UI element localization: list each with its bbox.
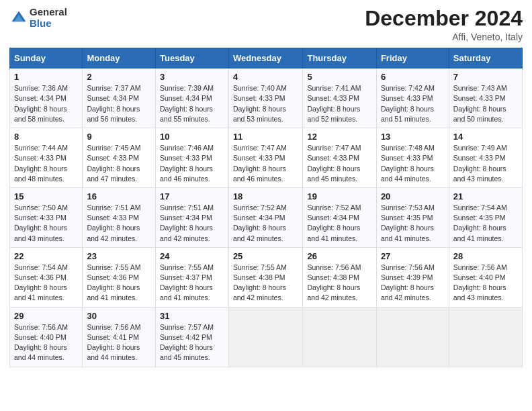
day-info: Sunrise: 7:51 AMSunset: 4:34 PMDaylight:… bbox=[160, 203, 224, 244]
day-info: Sunrise: 7:39 AMSunset: 4:34 PMDaylight:… bbox=[160, 83, 224, 124]
calendar-cell: 25Sunrise: 7:55 AMSunset: 4:38 PMDayligh… bbox=[228, 247, 303, 307]
day-info: Sunrise: 7:52 AMSunset: 4:34 PMDaylight:… bbox=[233, 203, 299, 244]
calendar-cell: 27Sunrise: 7:56 AMSunset: 4:39 PMDayligh… bbox=[376, 247, 449, 307]
logo-blue: Blue bbox=[30, 18, 67, 30]
day-info: Sunrise: 7:50 AMSunset: 4:33 PMDaylight:… bbox=[14, 203, 78, 244]
calendar-cell: 28Sunrise: 7:56 AMSunset: 4:40 PMDayligh… bbox=[449, 247, 522, 307]
calendar-cell: 29Sunrise: 7:56 AMSunset: 4:40 PMDayligh… bbox=[10, 307, 83, 367]
day-number: 4 bbox=[233, 72, 299, 82]
calendar-cell: 14Sunrise: 7:49 AMSunset: 4:33 PMDayligh… bbox=[449, 128, 522, 188]
day-info: Sunrise: 7:56 AMSunset: 4:39 PMDaylight:… bbox=[381, 263, 445, 304]
day-info: Sunrise: 7:41 AMSunset: 4:33 PMDaylight:… bbox=[307, 83, 371, 124]
day-number: 13 bbox=[381, 132, 445, 142]
day-number: 19 bbox=[307, 191, 371, 201]
day-info: Sunrise: 7:52 AMSunset: 4:34 PMDaylight:… bbox=[307, 203, 371, 244]
weekday-header: Sunday bbox=[10, 48, 83, 68]
day-info: Sunrise: 7:51 AMSunset: 4:33 PMDaylight:… bbox=[87, 203, 151, 244]
calendar-cell: 30Sunrise: 7:56 AMSunset: 4:41 PMDayligh… bbox=[83, 307, 156, 367]
calendar-cell: 6Sunrise: 7:42 AMSunset: 4:33 PMDaylight… bbox=[376, 68, 449, 128]
day-info: Sunrise: 7:57 AMSunset: 4:42 PMDaylight:… bbox=[160, 322, 224, 363]
logo-text: General Blue bbox=[30, 7, 67, 29]
day-info: Sunrise: 7:56 AMSunset: 4:38 PMDaylight:… bbox=[307, 263, 371, 304]
calendar-cell: 17Sunrise: 7:51 AMSunset: 4:34 PMDayligh… bbox=[156, 187, 229, 247]
day-number: 16 bbox=[87, 191, 151, 201]
day-number: 21 bbox=[453, 191, 518, 201]
day-number: 8 bbox=[14, 132, 78, 142]
day-number: 26 bbox=[307, 251, 371, 261]
day-info: Sunrise: 7:44 AMSunset: 4:33 PMDaylight:… bbox=[14, 143, 78, 184]
day-number: 2 bbox=[87, 72, 151, 82]
day-info: Sunrise: 7:56 AMSunset: 4:40 PMDaylight:… bbox=[14, 322, 78, 363]
day-info: Sunrise: 7:47 AMSunset: 4:33 PMDaylight:… bbox=[233, 143, 299, 184]
calendar-cell: 4Sunrise: 7:40 AMSunset: 4:33 PMDaylight… bbox=[228, 68, 303, 128]
calendar-cell: 2Sunrise: 7:37 AMSunset: 4:34 PMDaylight… bbox=[83, 68, 156, 128]
calendar-cell: 10Sunrise: 7:46 AMSunset: 4:33 PMDayligh… bbox=[156, 128, 229, 188]
day-info: Sunrise: 7:45 AMSunset: 4:33 PMDaylight:… bbox=[87, 143, 151, 184]
calendar-cell: 1Sunrise: 7:36 AMSunset: 4:34 PMDaylight… bbox=[10, 68, 83, 128]
day-number: 6 bbox=[381, 72, 445, 82]
day-number: 25 bbox=[233, 251, 299, 261]
calendar-cell: 22Sunrise: 7:54 AMSunset: 4:36 PMDayligh… bbox=[10, 247, 83, 307]
calendar-cell bbox=[228, 307, 303, 367]
day-number: 12 bbox=[307, 132, 371, 142]
page: General Blue December 2024 Affi, Veneto,… bbox=[0, 0, 532, 411]
day-info: Sunrise: 7:36 AMSunset: 4:34 PMDaylight:… bbox=[14, 83, 78, 124]
day-info: Sunrise: 7:56 AMSunset: 4:41 PMDaylight:… bbox=[87, 322, 151, 363]
day-number: 15 bbox=[14, 191, 78, 201]
weekday-header: Saturday bbox=[449, 48, 522, 68]
day-info: Sunrise: 7:55 AMSunset: 4:36 PMDaylight:… bbox=[87, 263, 151, 304]
day-info: Sunrise: 7:37 AMSunset: 4:34 PMDaylight:… bbox=[87, 83, 151, 124]
day-number: 10 bbox=[160, 132, 224, 142]
day-number: 1 bbox=[14, 72, 78, 82]
day-info: Sunrise: 7:55 AMSunset: 4:37 PMDaylight:… bbox=[160, 263, 224, 304]
day-info: Sunrise: 7:42 AMSunset: 4:33 PMDaylight:… bbox=[381, 83, 445, 124]
weekday-header: Tuesday bbox=[156, 48, 229, 68]
day-info: Sunrise: 7:48 AMSunset: 4:33 PMDaylight:… bbox=[381, 143, 445, 184]
header: General Blue December 2024 Affi, Veneto,… bbox=[9, 7, 523, 42]
calendar-cell bbox=[449, 307, 522, 367]
day-number: 29 bbox=[14, 311, 78, 321]
calendar-cell: 12Sunrise: 7:47 AMSunset: 4:33 PMDayligh… bbox=[303, 128, 376, 188]
calendar-cell: 31Sunrise: 7:57 AMSunset: 4:42 PMDayligh… bbox=[156, 307, 229, 367]
logo: General Blue bbox=[9, 7, 67, 29]
calendar-cell: 8Sunrise: 7:44 AMSunset: 4:33 PMDaylight… bbox=[10, 128, 83, 188]
day-info: Sunrise: 7:43 AMSunset: 4:33 PMDaylight:… bbox=[453, 83, 518, 124]
calendar-cell bbox=[303, 307, 376, 367]
calendar-cell: 19Sunrise: 7:52 AMSunset: 4:34 PMDayligh… bbox=[303, 187, 376, 247]
day-number: 22 bbox=[14, 251, 78, 261]
calendar-cell: 16Sunrise: 7:51 AMSunset: 4:33 PMDayligh… bbox=[83, 187, 156, 247]
logo-icon bbox=[9, 9, 28, 28]
calendar-cell: 15Sunrise: 7:50 AMSunset: 4:33 PMDayligh… bbox=[10, 187, 83, 247]
day-number: 9 bbox=[87, 132, 151, 142]
month-title: December 2024 bbox=[365, 7, 523, 30]
calendar-cell: 9Sunrise: 7:45 AMSunset: 4:33 PMDaylight… bbox=[83, 128, 156, 188]
weekday-header: Thursday bbox=[303, 48, 376, 68]
calendar-cell: 26Sunrise: 7:56 AMSunset: 4:38 PMDayligh… bbox=[303, 247, 376, 307]
day-number: 30 bbox=[87, 311, 151, 321]
weekday-header: Friday bbox=[376, 48, 449, 68]
logo-general: General bbox=[30, 7, 67, 18]
day-number: 3 bbox=[160, 72, 224, 82]
calendar-cell: 3Sunrise: 7:39 AMSunset: 4:34 PMDaylight… bbox=[156, 68, 229, 128]
calendar-cell: 13Sunrise: 7:48 AMSunset: 4:33 PMDayligh… bbox=[376, 128, 449, 188]
calendar-cell: 20Sunrise: 7:53 AMSunset: 4:35 PMDayligh… bbox=[376, 187, 449, 247]
calendar-cell: 18Sunrise: 7:52 AMSunset: 4:34 PMDayligh… bbox=[228, 187, 303, 247]
calendar-cell: 21Sunrise: 7:54 AMSunset: 4:35 PMDayligh… bbox=[449, 187, 522, 247]
day-number: 14 bbox=[453, 132, 518, 142]
day-number: 31 bbox=[160, 311, 224, 321]
day-info: Sunrise: 7:54 AMSunset: 4:35 PMDaylight:… bbox=[453, 203, 518, 244]
day-info: Sunrise: 7:47 AMSunset: 4:33 PMDaylight:… bbox=[307, 143, 371, 184]
day-info: Sunrise: 7:54 AMSunset: 4:36 PMDaylight:… bbox=[14, 263, 78, 304]
day-info: Sunrise: 7:46 AMSunset: 4:33 PMDaylight:… bbox=[160, 143, 224, 184]
day-number: 20 bbox=[381, 191, 445, 201]
day-number: 27 bbox=[381, 251, 445, 261]
day-info: Sunrise: 7:49 AMSunset: 4:33 PMDaylight:… bbox=[453, 143, 518, 184]
day-number: 5 bbox=[307, 72, 371, 82]
day-info: Sunrise: 7:56 AMSunset: 4:40 PMDaylight:… bbox=[453, 263, 518, 304]
calendar-cell bbox=[376, 307, 449, 367]
title-block: December 2024 Affi, Veneto, Italy bbox=[365, 7, 523, 42]
weekday-header: Monday bbox=[83, 48, 156, 68]
calendar: SundayMondayTuesdayWednesdayThursdayFrid… bbox=[9, 48, 523, 367]
day-number: 23 bbox=[87, 251, 151, 261]
day-number: 11 bbox=[233, 132, 299, 142]
